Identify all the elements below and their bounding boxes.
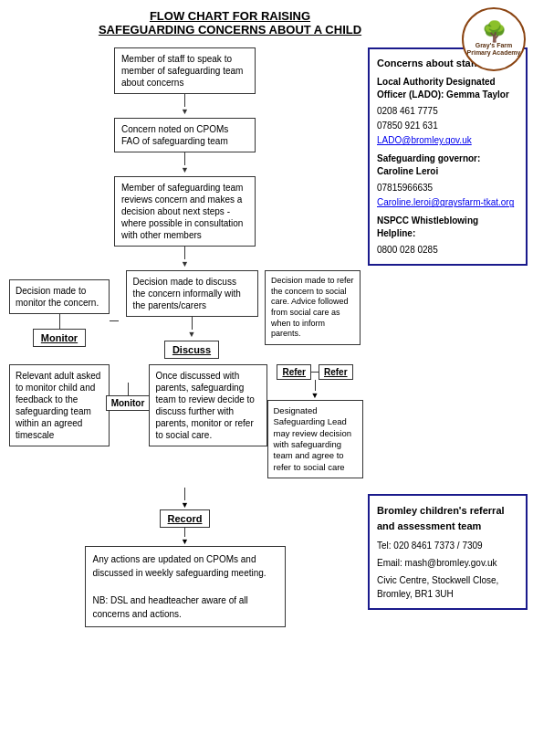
refer-labels-row: Refer Refer <box>269 364 361 380</box>
logo-subtitle: Primary Academy <box>467 49 521 57</box>
bromley-address: Civic Centre, Stockwell Close, Bromley, … <box>377 573 518 601</box>
logo-tree-icon: 🌳 <box>482 22 507 42</box>
refer-label1: Refer <box>277 364 311 380</box>
refer-label2: Refer <box>319 364 353 380</box>
refer-col: Refer Refer ▼ Desi <box>269 364 361 478</box>
nspcc-section: NSPCC Whistleblowing Helpline: 0800 028 … <box>377 215 518 257</box>
monitor-label2: Monitor <box>106 395 151 411</box>
record-content-line2: NB: DSL and headteacher aware of all con… <box>93 593 277 621</box>
monitor-label: Monitor <box>33 329 86 347</box>
box-review: Member of safeguarding team reviews conc… <box>114 176 256 247</box>
title-line1: FLOW CHART FOR RAISING <box>9 9 451 23</box>
bromley-email: Email: mash@bromley.gov.uk <box>377 556 518 570</box>
lado-phone1: 0208 461 7775 <box>377 105 518 118</box>
info-panel: Concerns about staff: Local Authority De… <box>368 47 528 610</box>
refer-arrow-line <box>315 380 316 391</box>
gov-bold: Safeguarding governor: Caroline Leroi <box>377 152 518 178</box>
concerns-info-box: Concerns about staff: Local Authority De… <box>368 47 528 266</box>
record-section: ▼ Record ▼ Any actions are updated on CP… <box>9 488 361 627</box>
second-row: Relevant adult asked to monitor child an… <box>9 364 361 478</box>
h-connector-left <box>110 320 119 321</box>
lado-section: Local Authority Designated Officer (LADO… <box>377 76 518 147</box>
record-arrow-line <box>184 488 185 500</box>
record-content-line1: Any actions are updated on CPOMs and dis… <box>93 552 277 580</box>
box-record-content: Any actions are updated on CPOMs and dis… <box>85 546 286 627</box>
box-discuss-content: Once discussed with parents, safeguardin… <box>149 364 267 446</box>
lado-bold: Local Authority Designated Officer (LADO… <box>377 76 518 101</box>
box-cpoms: Concern noted on CPOMs FAO of safeguardi… <box>114 118 256 152</box>
logo: 🌳 Gray's Farm Primary Academy <box>462 7 526 71</box>
bromley-tel: Tel: 020 8461 7373 / 7309 <box>377 539 518 552</box>
gov-section: Safeguarding governor: Caroline Leroi 07… <box>377 152 518 209</box>
monitor-connector-line <box>59 314 60 329</box>
bromley-box: Bromley children's referral and assessme… <box>368 494 528 610</box>
box-monitor-decision: Decision made to monitor the concern. <box>9 279 110 314</box>
discuss-arrow-line <box>192 317 193 330</box>
title-line2: SAFEGUARDING CONCERNS ABOUT A CHILD <box>9 23 451 37</box>
center-discuss-col: Decision made to discuss the concern inf… <box>119 270 265 359</box>
monitor2-col: Monitor <box>110 364 146 411</box>
record-arrow-head2: ▼ <box>181 537 189 546</box>
relevant-adult-col: Relevant adult asked to monitor child an… <box>9 364 110 446</box>
box-relevant-adult: Relevant adult asked to monitor child an… <box>9 364 110 446</box>
monitor2-line <box>128 383 129 395</box>
discuss-content-col: Once discussed with parents, safeguardin… <box>146 364 269 446</box>
lado-email: LADO@bromley.gov.uk <box>377 134 518 147</box>
right-refer-col: Decision made to refer the concern to so… <box>265 270 361 345</box>
title-area: FLOW CHART FOR RAISING SAFEGUARDING CONC… <box>9 9 524 37</box>
flowchart-area: Member of staff to speak to member of sa… <box>9 47 361 627</box>
gov-phone: 07815966635 <box>377 182 518 194</box>
gov-email: Caroline.leroi@graysfarm-tkat.org <box>377 196 518 209</box>
discuss-arrow-head: ▼ <box>188 330 196 339</box>
page: 🌳 Gray's Farm Primary Academy FLOW CHART… <box>0 0 533 756</box>
lower-flow: Decision made to monitor the concern. Mo… <box>9 270 361 627</box>
box-discuss-decision: Decision made to discuss the concern inf… <box>126 270 258 317</box>
box-refer-decision-small: Decision made to refer the concern to so… <box>265 270 361 345</box>
nspcc-phone: 0800 028 0285 <box>377 244 518 257</box>
main-layout: Member of staff to speak to member of sa… <box>9 47 524 627</box>
record-label: Record <box>160 509 211 528</box>
left-monitor-col: Decision made to monitor the concern. Mo… <box>9 270 110 347</box>
lado-phone2: 07850 921 631 <box>377 120 518 132</box>
bromley-title: Bromley children's referral and assessme… <box>377 503 518 533</box>
nspcc-bold: NSPCC Whistleblowing Helpline: <box>377 215 518 240</box>
refer-arrow-head: ▼ <box>311 391 319 400</box>
logo-name: Gray's Farm <box>476 42 513 49</box>
discuss-label: Discuss <box>164 341 219 359</box>
box-staff-speak: Member of staff to speak to member of sa… <box>114 47 256 94</box>
box-refer-content: Designated Safeguarding Lead may review … <box>267 400 363 478</box>
refer-h-line <box>311 372 319 373</box>
top-flow: Member of staff to speak to member of sa… <box>9 47 361 270</box>
discuss-row: Decision made to monitor the concern. Mo… <box>9 270 361 359</box>
record-arrow-head: ▼ <box>181 500 189 509</box>
record-line2 <box>184 528 185 537</box>
